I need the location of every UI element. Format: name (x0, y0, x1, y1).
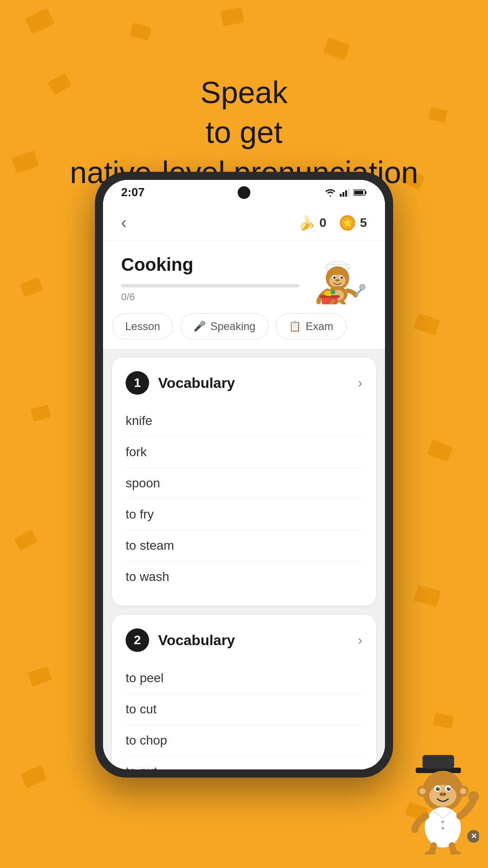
svg-point-13 (333, 277, 336, 279)
tab-lesson[interactable]: Lesson (112, 313, 173, 340)
confetti-3 (220, 7, 244, 26)
vocab-card-1-left: 1 Vocabulary (126, 371, 235, 395)
coin-icon: ⭐ (340, 215, 355, 231)
confetti-2 (130, 23, 151, 41)
svg-point-40 (419, 788, 426, 794)
content-area: 1 Vocabulary › knife fork spoon to fry t… (103, 349, 385, 769)
cooking-mascot (308, 255, 367, 304)
status-time: 2:07 (121, 185, 145, 199)
header-line2: to get (0, 112, 488, 152)
svg-text:✕: ✕ (471, 832, 477, 840)
vocab-word-fork: fork (126, 437, 362, 468)
vocab-card-1[interactable]: 1 Vocabulary › knife fork spoon to fry t… (112, 358, 376, 606)
back-button[interactable]: ‹ (121, 213, 127, 232)
signal-icon (340, 188, 350, 197)
svg-point-45 (441, 827, 444, 830)
vocab-title-2: Vocabulary (158, 632, 235, 649)
tab-speaking[interactable]: 🎤 Speaking (180, 313, 268, 340)
camera-notch (238, 186, 250, 199)
svg-point-17 (338, 280, 339, 281)
exam-icon: 📋 (289, 321, 301, 332)
phone-screen: 2:07 (103, 180, 385, 769)
progress-bar-bg (121, 284, 299, 288)
svg-point-44 (441, 821, 444, 823)
mascot-bottom: ✕ (407, 755, 479, 854)
confetti-16 (433, 713, 454, 729)
svg-point-36 (439, 792, 446, 797)
header-rewards: 🍌 0 ⭐ 5 (298, 215, 367, 231)
confetti-17 (20, 764, 47, 788)
tab-exam-label: Exam (305, 320, 333, 333)
status-icons (324, 188, 367, 197)
svg-point-42 (460, 788, 466, 794)
svg-point-34 (438, 788, 439, 789)
header-line1: Speak (0, 72, 488, 112)
chevron-right-1: › (358, 375, 362, 391)
app-header: ‹ 🍌 0 ⭐ 5 (103, 205, 385, 241)
svg-rect-27 (422, 755, 454, 769)
vocab-card-2[interactable]: 2 Vocabulary › to peel to cut to chop to… (112, 615, 376, 769)
vocab-card-2-left: 2 Vocabulary (126, 628, 235, 652)
confetti-11 (30, 405, 51, 421)
banana-count: 0 (319, 216, 327, 230)
microphone-icon: 🎤 (193, 321, 206, 332)
confetti-15 (28, 666, 52, 687)
svg-point-35 (449, 788, 450, 789)
vocab-word-to-peel: to peel (126, 663, 362, 694)
svg-rect-1 (343, 192, 344, 197)
vocab-word-to-cut: to cut (126, 694, 362, 725)
svg-point-14 (341, 277, 343, 279)
confetti-1 (25, 8, 55, 34)
status-bar: 2:07 (103, 180, 385, 205)
coin-count: 5 (360, 216, 367, 230)
tab-exam[interactable]: 📋 Exam (276, 313, 346, 340)
svg-point-23 (331, 290, 335, 294)
svg-rect-5 (365, 191, 366, 194)
svg-rect-3 (348, 189, 350, 197)
vocab-word-knife: knife (126, 406, 362, 437)
svg-point-16 (336, 280, 337, 281)
chevron-right-2: › (358, 632, 362, 648)
vocab-word-to-fry: to fry (126, 499, 362, 530)
banana-reward: 🍌 0 (298, 215, 327, 231)
vocab-number-2: 2 (126, 628, 149, 652)
svg-point-37 (441, 793, 442, 795)
svg-point-25 (360, 284, 365, 290)
battery-icon (353, 189, 367, 196)
banana-icon: 🍌 (298, 215, 315, 231)
progress-area: Cooking 0/6 (121, 255, 299, 303)
vocab-card-2-header: 2 Vocabulary › (126, 628, 362, 652)
vocab-words-2: to peel to cut to chop to put to stir fr… (126, 663, 362, 769)
confetti-12 (427, 439, 453, 462)
course-info: Cooking 0/6 (103, 241, 385, 313)
confetti-14 (414, 585, 441, 607)
coin-reward: ⭐ 5 (340, 215, 367, 231)
vocab-word-to-steam: to steam (126, 530, 362, 561)
vocab-word-to-put: to put (126, 756, 362, 769)
confetti-10 (414, 313, 440, 335)
tab-lesson-label: Lesson (125, 320, 160, 333)
confetti-9 (20, 277, 43, 297)
tab-bar: Lesson 🎤 Speaking 📋 Exam (103, 313, 385, 349)
wifi-icon (324, 188, 336, 197)
confetti-4 (323, 38, 350, 61)
svg-point-38 (444, 793, 446, 795)
progress-text: 0/6 (121, 291, 299, 303)
vocab-title-1: Vocabulary (158, 375, 235, 392)
vocab-word-to-wash: to wash (126, 561, 362, 592)
svg-rect-2 (345, 190, 347, 197)
vocab-word-to-chop: to chop (126, 725, 362, 756)
svg-rect-6 (354, 191, 363, 194)
vocab-number-1: 1 (126, 371, 149, 395)
confetti-13 (14, 529, 38, 551)
course-title: Cooking (121, 255, 299, 275)
vocab-words-1: knife fork spoon to fry to steam to wash (126, 406, 362, 592)
svg-point-46 (468, 791, 479, 802)
phone-mockup: 2:07 (95, 172, 393, 778)
vocab-word-spoon: spoon (126, 468, 362, 499)
vocab-card-1-header: 1 Vocabulary › (126, 371, 362, 395)
tab-speaking-label: Speaking (210, 320, 255, 333)
svg-rect-0 (340, 194, 342, 197)
